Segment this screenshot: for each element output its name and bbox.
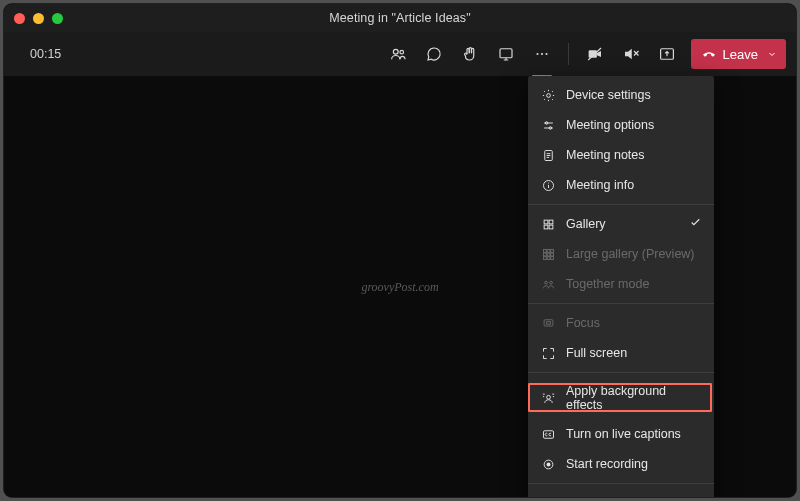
menu-label: Large gallery (Preview) [566,247,695,261]
menu-label: Together mode [566,277,649,291]
gear-icon [540,87,556,103]
menu-item-full-screen[interactable]: Full screen [528,338,714,368]
reactions-button[interactable] [454,38,486,70]
svg-rect-35 [550,256,553,259]
svg-rect-27 [543,249,546,252]
menu-label: Gallery [566,217,606,231]
menu-item-start-recording[interactable]: Start recording [528,449,714,479]
svg-rect-24 [549,220,553,224]
menu-label: Device settings [566,88,651,102]
focus-icon [540,315,556,331]
menu-label: Start recording [566,457,648,471]
rooms-button[interactable] [490,38,522,70]
svg-rect-39 [546,321,550,324]
camera-off-icon [586,45,604,63]
menu-item-large-gallery: Large gallery (Preview) [528,239,714,269]
check-icon [689,216,702,232]
hangup-icon [701,46,717,62]
speaker-off-icon [622,45,640,63]
more-icon [533,45,551,63]
info-icon [540,177,556,193]
svg-rect-33 [543,256,546,259]
menu-item-dial-pad[interactable]: Dial pad [528,488,714,497]
more-actions-menu: Device settings Meeting options Meeting … [528,76,714,497]
svg-rect-2 [500,49,512,58]
notes-icon [540,147,556,163]
watermark: groovyPost.com [361,279,438,294]
background-icon [540,390,556,406]
meeting-timer: 00:15 [14,47,61,61]
record-icon [540,456,556,472]
together-icon [540,276,556,292]
meeting-toolbar: 00:15 Leave [4,32,796,76]
svg-point-22 [548,182,549,183]
people-icon [389,45,407,63]
menu-label: Apply background effects [566,384,702,412]
svg-rect-25 [544,225,548,229]
svg-point-0 [393,49,398,54]
svg-rect-6 [588,50,596,58]
svg-rect-32 [550,253,553,256]
mic-toggle-button[interactable] [615,38,647,70]
menu-separator [528,303,714,304]
grid-icon [540,216,556,232]
raise-hand-icon [461,45,479,63]
svg-point-36 [544,281,547,284]
captions-icon [540,426,556,442]
svg-rect-38 [544,319,553,325]
svg-rect-28 [547,249,550,252]
sliders-icon [540,117,556,133]
svg-point-47 [546,462,550,466]
svg-point-4 [541,53,543,55]
menu-separator [528,483,714,484]
menu-label: Meeting options [566,118,654,132]
svg-rect-34 [547,256,550,259]
svg-rect-26 [549,225,553,229]
share-button[interactable] [651,38,683,70]
app-window: Meeting in "Article Ideas" 00:15 [4,4,796,497]
menu-item-meeting-options[interactable]: Meeting options [528,110,714,140]
svg-rect-23 [544,220,548,224]
window-title: Meeting in "Article Ideas" [4,11,796,25]
menu-item-gallery[interactable]: Gallery [528,209,714,239]
menu-item-meeting-info[interactable]: Meeting info [528,170,714,200]
menu-label: Focus [566,316,600,330]
menu-item-background-effects[interactable]: Apply background effects [528,377,714,419]
large-grid-icon [540,246,556,262]
svg-rect-31 [547,253,550,256]
breakout-rooms-icon [497,45,515,63]
svg-point-3 [536,53,538,55]
svg-rect-29 [550,249,553,252]
svg-point-5 [545,53,547,55]
svg-point-1 [400,50,404,54]
participants-button[interactable] [382,38,414,70]
menu-separator [528,204,714,205]
toolbar-divider [568,43,569,65]
menu-label: Turn on live captions [566,427,681,441]
menu-item-meeting-notes[interactable]: Meeting notes [528,140,714,170]
svg-point-37 [549,281,552,284]
svg-point-11 [546,93,550,97]
chat-icon [425,45,443,63]
more-actions-button[interactable] [526,38,558,70]
menu-label: Full screen [566,346,627,360]
menu-item-device-settings[interactable]: Device settings [528,80,714,110]
dialpad-icon [540,495,556,497]
chevron-down-icon [766,48,778,60]
menu-label: Meeting info [566,178,634,192]
share-screen-icon [658,45,676,63]
leave-label: Leave [723,47,758,62]
svg-point-40 [546,395,550,399]
menu-separator [528,372,714,373]
menu-item-focus: Focus [528,308,714,338]
camera-toggle-button[interactable] [579,38,611,70]
fullscreen-icon [540,345,556,361]
svg-rect-30 [543,253,546,256]
leave-button[interactable]: Leave [691,39,786,69]
menu-item-live-captions[interactable]: Turn on live captions [528,419,714,449]
menu-label: Meeting notes [566,148,645,162]
menu-item-together-mode: Together mode [528,269,714,299]
titlebar: Meeting in "Article Ideas" [4,4,796,32]
chat-button[interactable] [418,38,450,70]
menu-label: Dial pad [566,496,612,497]
